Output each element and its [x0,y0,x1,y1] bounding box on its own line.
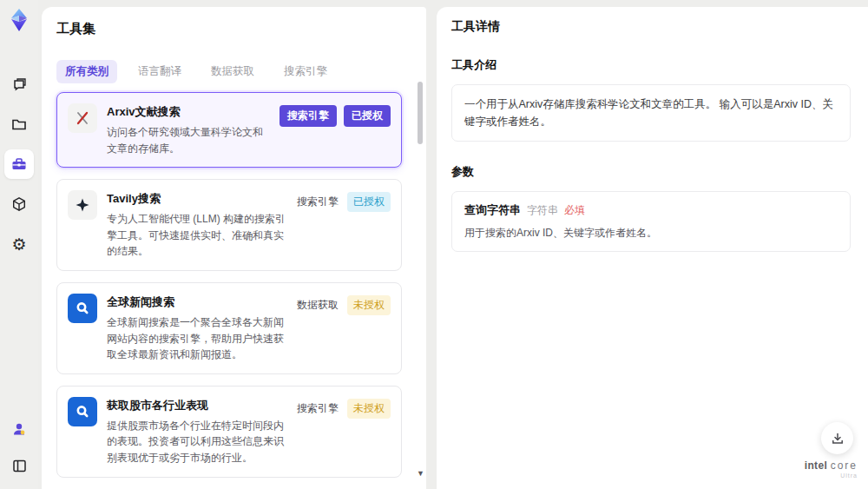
brand-core: core [831,459,858,472]
collapse-sidebar-button[interactable] [4,451,34,480]
param-type: 字符串 [527,203,558,218]
tool-category-badge: 搜索引擎 [295,192,340,212]
tab-data-fetch[interactable]: 数据获取 [202,60,263,83]
brand-intel: intel [805,459,827,472]
intro-heading: 工具介绍 [451,57,851,73]
download-icon [831,432,845,446]
tool-card-arxiv[interactable]: Arxiv文献搜索 访问各个研究领域大量科学论文和文章的存储库。 搜索引擎 已授… [56,92,402,168]
intel-core-logo: intel core Ultra [805,459,858,479]
user-icon [10,420,28,438]
chat-icon [10,76,28,93]
sidebar-item-settings[interactable]: ⚙ [4,229,34,259]
param-name: 查询字符串 [464,202,521,218]
arxiv-logo-icon [68,103,97,133]
folder-icon [10,116,28,133]
page-title: 工具集 [56,21,412,37]
tool-detail-panel: 工具详情 工具介绍 一个用于从Arxiv存储库搜索科学论文和文章的工具。 输入可… [437,7,868,489]
tab-search-engine[interactable]: 搜索引擎 [275,60,336,83]
cube-icon [10,195,28,213]
sidebar-item-chat[interactable] [4,69,34,99]
tool-category-badge: 搜索引擎 [279,105,337,127]
tool-name: 全球新闻搜索 [107,294,288,310]
scrollbar-thumb[interactable] [418,82,423,144]
tool-description: 提供股票市场各个行业在特定时间段内的表现。投资者可以利用这些信息来识别表现优于或… [107,418,288,466]
tool-auth-badge: 未授权 [347,399,391,419]
tool-card-global-news[interactable]: 全球新闻搜索 全球新闻搜索是一个聚合全球各大新闻网站内容的搜索引擎，帮助用户快速… [56,282,402,374]
tool-description: 访问各个研究领域大量科学论文和文章的存储库。 [107,124,273,156]
tab-all-categories[interactable]: 所有类别 [56,60,117,83]
tool-auth-badge: 未授权 [347,295,391,315]
sidebar-item-files[interactable] [4,109,34,139]
param-box: 查询字符串 字符串 必填 用于搜索的Arxiv ID、关键字或作者姓名。 [451,191,851,252]
tool-name: Arxiv文献搜索 [107,104,273,120]
category-tabs: 所有类别 语言翻译 数据获取 搜索引擎 [56,60,412,83]
tool-auth-badge: 已授权 [344,105,391,127]
tool-auth-badge: 已授权 [347,192,391,212]
scrollbar-down-arrow[interactable]: ▼ [417,469,424,478]
list-scrollbar[interactable]: ▼ [418,76,423,485]
tool-name: 获取股市各行业表现 [107,398,288,413]
param-description: 用于搜索的Arxiv ID、关键字或作者姓名。 [464,226,838,241]
tool-description: 专为人工智能代理 (LLM) 构建的搜索引擎工具。可快速提供实时、准确和真实的结… [107,211,288,260]
app-rail: ⚙ [0,0,38,489]
sidebar-item-packages[interactable] [4,189,34,219]
tool-category-badge: 数据获取 [295,295,340,315]
app-logo-icon [6,7,32,33]
tavily-logo-icon [68,190,97,220]
tools-panel: 工具集 所有类别 语言翻译 数据获取 搜索引擎 Arxiv文献搜索 访问各个研究… [42,7,426,489]
market-search-logo-icon [68,397,97,426]
tool-card-tavily[interactable]: Tavily搜索 专为人工智能代理 (LLM) 构建的搜索引擎工具。可快速提供实… [56,179,402,271]
panel-toggle-icon [11,458,28,474]
sidebar-item-toolbox[interactable] [4,149,34,179]
tab-language-translation[interactable]: 语言翻译 [129,60,190,83]
tool-name: Tavily搜索 [107,191,288,207]
detail-title: 工具详情 [451,19,851,35]
toolbox-icon [10,155,28,173]
user-avatar[interactable] [4,414,34,444]
params-heading: 参数 [451,164,851,180]
param-required-badge: 必填 [564,203,585,218]
intro-box: 一个用于从Arxiv存储库搜索科学论文和文章的工具。 输入可以是Arxiv ID… [451,84,851,142]
tool-list: Arxiv文献搜索 访问各个研究领域大量科学论文和文章的存储库。 搜索引擎 已授… [56,92,412,489]
gear-icon: ⚙ [11,236,26,253]
tool-description: 全球新闻搜索是一个聚合全球各大新闻网站内容的搜索引擎，帮助用户快速获取全球最新资… [107,314,288,363]
tool-category-badge: 搜索引擎 [295,399,340,419]
brand-sub: Ultra [805,472,858,479]
download-button[interactable] [821,422,853,454]
tool-card-sector-performance[interactable]: 获取股市各行业表现 提供股票市场各个行业在特定时间段内的表现。投资者可以利用这些… [56,386,402,478]
news-search-logo-icon [68,294,97,323]
intro-text: 一个用于从Arxiv存储库搜索科学论文和文章的工具。 输入可以是Arxiv ID… [464,96,838,130]
